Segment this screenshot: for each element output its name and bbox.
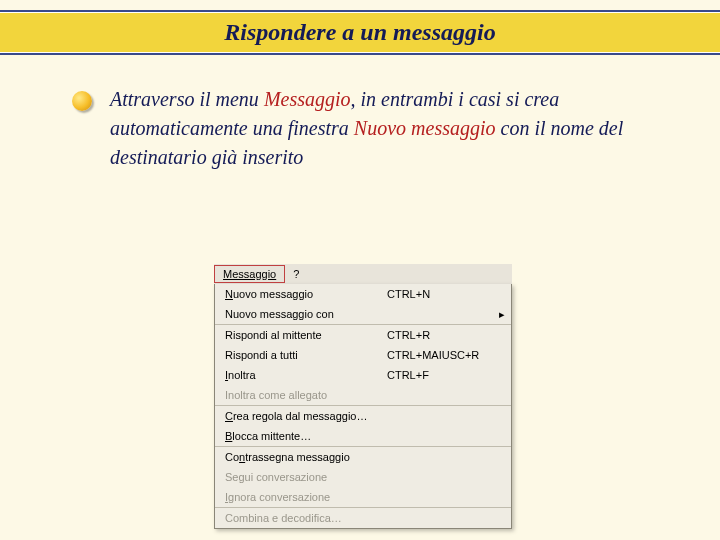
menu-segui-conversazione: Segui conversazione <box>215 467 511 487</box>
highlight: Nuovo messaggio <box>354 117 496 139</box>
menu-inoltra-allegato: Inoltra come allegato <box>215 385 511 405</box>
menu-nuovo-messaggio-con[interactable]: Nuovo messaggio con ▸ <box>215 304 511 324</box>
menubar-messaggio[interactable]: Messaggio <box>214 265 285 283</box>
menu-contrassegna[interactable]: Contrassegna messaggio <box>215 447 511 467</box>
menu-nuovo-messaggio[interactable]: Nuovo messaggio CTRL+N <box>215 284 511 304</box>
title-bar: Rispondere a un messaggio <box>0 10 720 55</box>
menu-inoltra[interactable]: Inoltra CTRL+F <box>215 365 511 385</box>
menu-screenshot: Messaggio ? Nuovo messaggio CTRL+N Nuovo… <box>214 264 512 529</box>
menu-blocca-mittente[interactable]: Blocca mittente… <box>215 426 511 446</box>
menu-ignora-conversazione: Ignora conversazione <box>215 487 511 507</box>
highlight: Messaggio <box>264 88 351 110</box>
submenu-arrow-icon: ▸ <box>497 308 505 321</box>
shortcut: CTRL+F <box>379 369 497 381</box>
menubar: Messaggio ? <box>214 264 512 284</box>
menu-crea-regola[interactable]: Crea regola dal messaggio… <box>215 406 511 426</box>
body: Attraverso il menu Messaggio, in entramb… <box>0 55 720 172</box>
slide-title: Rispondere a un messaggio <box>224 19 495 45</box>
shortcut: CTRL+N <box>379 288 497 300</box>
shortcut: CTRL+MAIUSC+R <box>379 349 497 361</box>
menu-rispondi-mittente[interactable]: Rispondi al mittenteCTRL+R <box>215 325 511 345</box>
bullet-icon <box>72 91 92 111</box>
menu-combina-decodifica: Combina e decodifica… <box>215 508 511 528</box>
text: Attraverso il menu <box>110 88 264 110</box>
dropdown-menu: Nuovo messaggio CTRL+N Nuovo messaggio c… <box>214 284 512 529</box>
paragraph: Attraverso il menu Messaggio, in entramb… <box>110 85 670 172</box>
menubar-help[interactable]: ? <box>285 266 307 282</box>
menu-rispondi-tutti[interactable]: Rispondi a tuttiCTRL+MAIUSC+R <box>215 345 511 365</box>
shortcut: CTRL+R <box>379 329 497 341</box>
